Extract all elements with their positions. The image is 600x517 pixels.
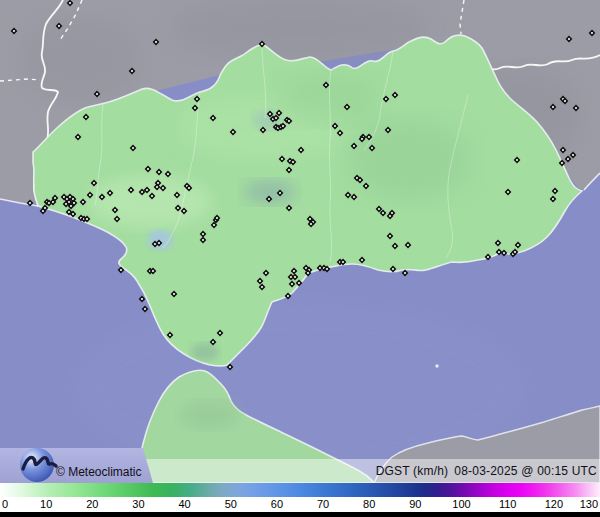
brand-text: © Meteoclimatic — [56, 465, 142, 479]
bottom-border — [0, 512, 600, 517]
color-scale-ticks: 0102030405060708090100110120130 — [0, 497, 600, 512]
scale-tick-label: 90 — [409, 498, 421, 510]
scale-tick-label: 120 — [545, 498, 563, 510]
product-info: DGST (km/h)08-03-2025 @ 00:15 UTC — [370, 464, 597, 478]
scale-tick-label: 40 — [178, 498, 190, 510]
scale-tick-label: 20 — [86, 498, 98, 510]
scale-tick-label: 10 — [40, 498, 52, 510]
alboran-island — [435, 364, 438, 367]
scale-tick-label: 130 — [580, 498, 598, 510]
color-scale — [0, 483, 600, 497]
wind-gust-map — [0, 0, 600, 483]
scale-tick-label: 70 — [317, 498, 329, 510]
scale-tick-label: 60 — [271, 498, 283, 510]
meteoclimatic-logo — [16, 445, 60, 485]
scale-tick-label: 100 — [452, 498, 470, 510]
weather-map-screenshot: © Meteoclimatic DGST (km/h)08-03-2025 @ … — [0, 0, 600, 517]
scale-tick-label: 30 — [132, 498, 144, 510]
scale-tick-label: 0 — [2, 498, 8, 510]
product-label: DGST (km/h) — [376, 464, 449, 478]
scale-tick-label: 80 — [363, 498, 375, 510]
scale-tick-label: 50 — [225, 498, 237, 510]
scale-tick-label: 110 — [499, 498, 517, 510]
timestamp-label: 08-03-2025 @ 00:15 UTC — [454, 464, 597, 478]
